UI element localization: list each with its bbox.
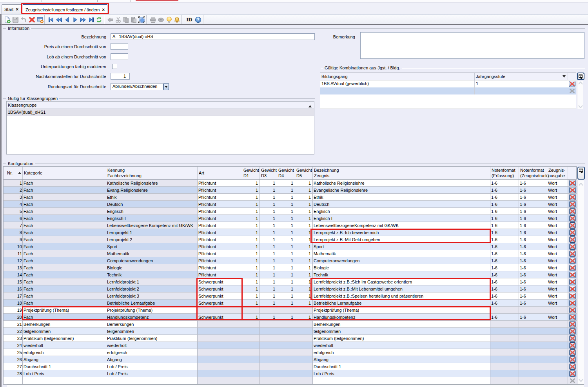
cell-bezeichnung[interactable]: Lernfeldprojekt z.B.:Speisen herstellung… — [313, 293, 490, 300]
delete-row-button[interactable] — [569, 272, 576, 278]
cell-nf_zeugnisdruck[interactable]: 1-6 — [519, 285, 547, 293]
cell-nf_zeugnisdruck[interactable]: 1-6 — [519, 208, 547, 215]
cell-d3[interactable]: 1 — [260, 264, 277, 271]
konfiguration-row-22[interactable]: 22teilgenommenteilgenommenteilgenommen — [4, 328, 576, 335]
cell-d3[interactable]: 1 — [260, 314, 277, 321]
cell-art[interactable]: Pflichtunt — [198, 229, 242, 236]
scroll-down-icon[interactable] — [578, 105, 583, 108]
konfiguration-col-kennung[interactable]: Kennung Fachbezeichnung — [106, 167, 198, 179]
konfiguration-row-12[interactable]: 12FachComputeranwendungenPflichtunt1111C… — [4, 257, 576, 264]
konfiguration-row-1[interactable]: 1FachKatholische ReligionslehrePflichtun… — [4, 180, 576, 187]
cell-bezeichnung[interactable]: Abgang — [313, 356, 490, 363]
cell-bezeichnung[interactable]: wiederholt — [313, 342, 490, 349]
cell-d3[interactable]: 1 — [260, 278, 277, 285]
delete-row-button[interactable] — [569, 349, 576, 356]
cell-nf_erfassung[interactable]: 1-6 — [490, 278, 519, 285]
cell-bezeichnung[interactable]: Lernprojekt z.B.:Mit Geld umgehen — [313, 236, 490, 243]
konfiguration-col-d4[interactable]: Gewicht D4 — [277, 167, 295, 179]
cell-nr[interactable]: 24 — [4, 342, 23, 349]
cell-d4[interactable]: 1 — [277, 257, 295, 264]
nav-forward-button[interactable] — [71, 16, 79, 24]
cell-bezeichnung[interactable]: Evangelische Religionslehre — [313, 187, 490, 194]
kombinationen-col-jahrgangsstufe[interactable]: Jahrgangsstufe — [475, 73, 568, 80]
cell-kategorie[interactable]: Projektprüfung (Thema) — [23, 307, 106, 314]
cell-nr[interactable]: 23 — [4, 335, 23, 342]
cell-kennung[interactable]: Lob / Preis — [106, 370, 198, 377]
cell-nf_erfassung[interactable]: 1-6 — [490, 293, 519, 300]
cell-d1[interactable]: 1 — [242, 194, 260, 201]
cell-bezeichnung[interactable]: erfolgreich — [313, 349, 490, 356]
delete-row-button[interactable] — [569, 321, 576, 327]
kombinationen-column-chooser-button[interactable] — [577, 73, 584, 80]
delete-row-button[interactable] — [569, 180, 576, 186]
cell-kennung[interactable] — [106, 377, 198, 384]
delete-row-button[interactable] — [569, 328, 576, 334]
konfiguration-row-17[interactable]: 17FachLernfeldprojekt 3Schwerpunkt1111Le… — [4, 293, 576, 300]
cell-kennung[interactable]: teilgenommen — [106, 328, 198, 335]
cell-d1[interactable]: 1 — [242, 300, 260, 307]
cell-bezeichnung[interactable]: Englisch — [313, 208, 490, 215]
cell-d1[interactable]: 1 — [242, 285, 260, 293]
cell-nr[interactable]: 28 — [4, 370, 23, 377]
cell-d4[interactable]: 1 — [277, 285, 295, 293]
cell-nf_zeugnisdruck[interactable]: 1-6 — [519, 257, 547, 264]
cell-nr[interactable]: 25 — [4, 349, 23, 356]
cell-zeugnisausgabe[interactable]: Wort — [547, 278, 568, 285]
cell-d5[interactable]: 1 — [295, 250, 313, 257]
cell-nf_zeugnisdruck[interactable]: 1-6 — [519, 278, 547, 285]
cell-kategorie[interactable]: Durchschnitt 1 — [23, 363, 106, 370]
cell-d4[interactable]: 1 — [277, 201, 295, 208]
cell-zeugnisausgabe[interactable]: Wort — [547, 257, 568, 264]
rundungsart-dropdown-icon[interactable] — [163, 83, 169, 90]
cell-kategorie[interactable] — [23, 377, 106, 384]
nav-first-button[interactable] — [47, 16, 55, 24]
konfiguration-scrollbar[interactable] — [577, 180, 584, 384]
cell-kennung[interactable]: Lob / Preis — [106, 363, 198, 370]
cell-zeugnisausgabe[interactable]: Wort — [547, 250, 568, 257]
konfiguration-row-14[interactable]: 14FachTechnikPflichtunt1111Technik1-61-6… — [4, 271, 576, 278]
konfiguration-col-nf_zeugnisdruck[interactable]: Notenformat (Zeugnisdruck) — [519, 167, 547, 179]
cell-bezeichnung[interactable]: Lob / Preis — [313, 370, 490, 377]
cell-art[interactable]: Pflichtunt — [198, 180, 242, 187]
cell-bezeichnung[interactable]: Lernprojekt z.B.:Ich bewerbe mich — [313, 229, 490, 236]
cell-kategorie[interactable]: Praktikum (teilgenommen) — [23, 335, 106, 342]
cell-zeugnisausgabe[interactable]: Wort — [547, 229, 568, 236]
cell-kennung[interactable]: Abgang — [106, 356, 198, 363]
lob-input[interactable] — [111, 53, 128, 60]
konfiguration-row-18[interactable]: 18FachBetriebliche LernaufgabeSchwerpunk… — [4, 300, 576, 307]
unterpunktungen-checkbox[interactable] — [112, 64, 117, 69]
cell-d3[interactable]: 1 — [260, 236, 277, 243]
cell-d3[interactable]: 1 — [260, 271, 277, 278]
cell-d4[interactable]: 1 — [277, 243, 295, 250]
cell-zeugnisausgabe[interactable]: Wort — [547, 180, 568, 187]
delete-row-button[interactable] — [569, 335, 576, 342]
cell-d3[interactable]: 1 — [260, 201, 277, 208]
delete-row-button[interactable] — [569, 279, 576, 285]
form-edit-button[interactable] — [36, 16, 44, 24]
cell-zeugnisausgabe[interactable]: Wort — [547, 215, 568, 222]
tab-start-close-icon[interactable]: × — [16, 7, 18, 11]
cell-nf_erfassung[interactable]: 1-6 — [490, 201, 519, 208]
cell-art[interactable]: Pflichtunt — [198, 208, 242, 215]
cell-art[interactable]: Pflichtunt — [198, 201, 242, 208]
konfiguration-col-zeugnisausgabe[interactable]: Zeugnis- ausgabe — [547, 167, 568, 179]
cell-d1[interactable]: 1 — [242, 229, 260, 236]
cell-nf_zeugnisdruck[interactable]: 1-6 — [519, 314, 547, 321]
cell-art[interactable]: Pflichtunt — [198, 250, 242, 257]
cell-d1[interactable]: 1 — [242, 314, 260, 321]
cell-nf_erfassung[interactable]: 1-6 — [490, 222, 519, 229]
cell-nr[interactable] — [4, 377, 23, 384]
select-objects-button[interactable] — [138, 16, 145, 24]
cell-art[interactable]: Schwerpunkt — [198, 285, 242, 293]
konfiguration-row-5[interactable]: 5FachEnglischPflichtunt1111Englisch1-61-… — [4, 208, 576, 215]
cell-d5[interactable]: 1 — [295, 264, 313, 271]
cell-nf_zeugnisdruck[interactable]: 1-6 — [519, 236, 547, 243]
cell-kennung[interactable]: Bemerkungen — [106, 321, 198, 328]
cell-bezeichnung[interactable]: Bemerkungen — [313, 321, 490, 328]
cell-art[interactable]: Schwerpunkt — [198, 300, 242, 307]
cell-d5[interactable]: 1 — [295, 215, 313, 222]
cell-d1[interactable]: 1 — [242, 236, 260, 243]
delete-row-button[interactable] — [569, 293, 576, 299]
copy-button[interactable] — [122, 16, 130, 24]
cell-bezeichnung[interactable]: Ethik — [313, 194, 490, 201]
